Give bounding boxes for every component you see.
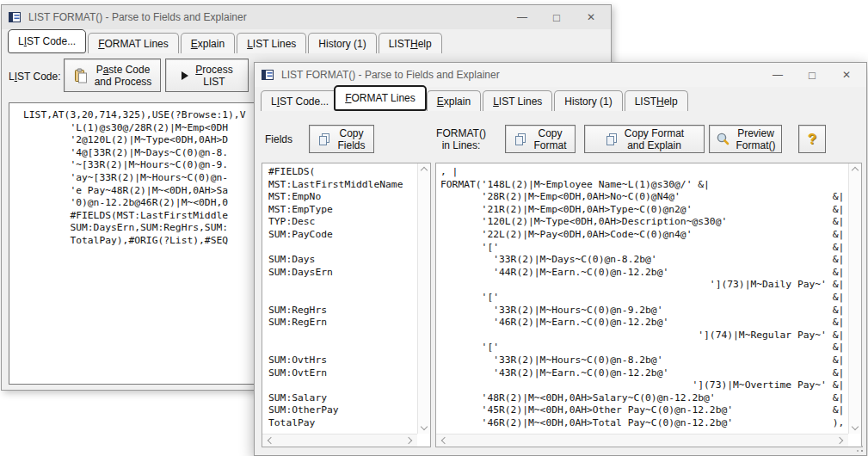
preview-format-button[interactable]: PreviewFormat() [709, 125, 782, 153]
tab-label-part: elp [418, 38, 432, 50]
tab-label-part: History (1) [564, 96, 612, 108]
tab-label-part: ST Code... [27, 35, 76, 47]
front-titlebar[interactable]: LIST FORMAT() - Parse to Fields and Expl… [255, 63, 866, 87]
tab-label-part: L [271, 96, 277, 108]
fields-label: Fields [265, 133, 292, 145]
field-line: MST:EmpType [268, 204, 417, 217]
back-titlebar[interactable]: LIST FORMAT() - Parse to Fields and Expl… [2, 5, 611, 29]
question-mark-icon: ? [808, 133, 816, 145]
help-button[interactable]: ? [798, 125, 826, 153]
scroll-up-icon[interactable] [421, 167, 428, 174]
field-line: TotalPay [268, 417, 417, 430]
button-label: Copy Formatand Explain [625, 127, 684, 151]
vertical-scrollbar[interactable] [848, 163, 861, 434]
tab-label-part: F [98, 38, 104, 50]
format-line: '28R(2)|M~Emp<0DH,0AH>No~C(0)@N4@' &| [440, 191, 848, 204]
scroll-left-icon[interactable] [268, 437, 274, 444]
button-label-line: Copy Format [625, 127, 684, 139]
tab-label-part: History (1) [318, 38, 366, 50]
close-button[interactable]: ✕ [576, 5, 606, 29]
button-label-line: P [96, 64, 103, 76]
copy-icon [605, 132, 619, 146]
format-line: '120L(2)|M~Type<0DH,0AH>Description~@s30… [440, 216, 848, 229]
field-line: SUM:OtherPay [268, 404, 417, 417]
tab-label-part: ORMAT Lines [105, 38, 169, 50]
app-icon [262, 69, 274, 81]
maximize-button[interactable]: □ [542, 5, 571, 29]
format-lines-text[interactable]: , | FORMAT('148L(2)|M~Employee Name~L(1)… [436, 163, 848, 434]
fields-pane[interactable]: #FIELDS( MST:LastFirstMiddleName MST:Emp… [262, 163, 431, 447]
tab-history[interactable]: History (1) [554, 90, 622, 111]
field-line: SUM:Salary [268, 392, 417, 405]
front-window: LIST FORMAT() - Parse to Fields and Expl… [254, 62, 867, 456]
paste-code-and-process-button[interactable]: Paste Codeand Process [64, 59, 161, 92]
format-line: '48R(2)|M~<0DH,0AH>Salary~C(0)@n-12.2b@'… [440, 392, 848, 405]
tab-label-part: L [493, 96, 499, 108]
horizontal-scrollbar[interactable] [436, 434, 848, 447]
magnifier-icon [716, 132, 730, 146]
copy-fields-button[interactable]: CopyFields [309, 125, 374, 153]
tab-label-part: IST Lines [499, 96, 542, 108]
field-line [268, 342, 417, 354]
process-list-button[interactable]: ProcessLIST [165, 59, 249, 92]
close-button[interactable]: ✕ [832, 63, 861, 87]
tab-list-code[interactable]: LIST Code... [261, 90, 339, 111]
button-label-line: ste Code [108, 64, 150, 76]
minimize-button[interactable]: — [763, 63, 792, 87]
tab-label-part: E [437, 96, 444, 108]
copy-format-and-explain-button[interactable]: Copy Formatand Explain [584, 125, 705, 153]
format-lines-pane[interactable]: , | FORMAT('148L(2)|M~Employee Name~L(1)… [435, 163, 862, 447]
vertical-scrollbar[interactable] [417, 163, 430, 434]
field-line [268, 330, 417, 342]
tab-list-code[interactable]: LIST Code... [8, 29, 86, 53]
button-label-line: Copy [339, 127, 363, 139]
scroll-right-icon[interactable] [836, 437, 843, 444]
tab-list-help[interactable]: LIST Help [625, 90, 688, 111]
scroll-right-icon[interactable] [405, 437, 412, 444]
scroll-down-icon[interactable] [421, 423, 428, 430]
tab-label-part: F [345, 92, 351, 104]
label-part: L [9, 71, 15, 83]
format-line: '[' &| [440, 292, 848, 305]
scroll-down-icon[interactable] [852, 423, 859, 430]
field-line [268, 292, 417, 305]
resize-grip[interactable] [861, 450, 863, 452]
fields-text[interactable]: #FIELDS( MST:LastFirstMiddleName MST:Emp… [262, 163, 417, 434]
button-label: PreviewFormat() [736, 127, 776, 151]
back-tab-row: LIST Code... FORMAT Lines Explain LIST L… [8, 31, 611, 53]
field-line: SUM:DaysErn [268, 267, 417, 280]
field-line: SUM:Days [268, 254, 417, 267]
tab-list-lines[interactable]: LIST Lines [483, 90, 552, 111]
play-icon [181, 71, 189, 81]
tab-label-part: H [656, 96, 664, 108]
tab-label-part: L [18, 35, 24, 47]
front-tab-row: LIST Code... FORMAT Lines Explain LIST L… [261, 89, 866, 111]
tab-label-part: xplain [198, 38, 225, 50]
tab-explain[interactable]: Explain [181, 33, 235, 53]
back-window-controls: — □ ✕ [508, 5, 611, 29]
field-line: SUM:PayCode [268, 229, 417, 242]
button-label-line: Copy [538, 127, 562, 139]
tab-explain[interactable]: Explain [427, 90, 481, 111]
horizontal-scrollbar[interactable] [262, 434, 417, 447]
tab-format-lines[interactable]: FORMAT Lines [334, 85, 427, 111]
scroll-left-icon[interactable] [441, 437, 448, 444]
paste-icon [73, 68, 89, 83]
tab-label-part: E [191, 38, 198, 50]
format-line: '46R(2)|M~Earn.~C(0)@n-12.2b@' &| [440, 317, 848, 330]
format-line: '](73)|M~Overtime Pay~' &| [440, 379, 848, 392]
format-line: FORMAT('148L(2)|M~Employee Name~L(1)@s30… [440, 179, 848, 192]
field-line: SUM:RegHrs [268, 305, 417, 317]
front-window-controls: — □ ✕ [763, 63, 866, 87]
tab-label-part: elp [664, 96, 678, 108]
copy-format-button[interactable]: CopyFormat [505, 125, 576, 153]
tab-format-lines[interactable]: FORMAT Lines [88, 33, 179, 53]
scroll-up-icon[interactable] [852, 167, 859, 174]
tab-label-part: ST Code... [280, 96, 329, 108]
button-label-line: Format() [736, 139, 776, 151]
tab-list-help[interactable]: LIST Help [379, 33, 442, 53]
tab-list-lines[interactable]: LIST Lines [237, 33, 306, 53]
maximize-button[interactable]: □ [797, 63, 827, 87]
minimize-button[interactable]: — [508, 5, 537, 29]
tab-history[interactable]: History (1) [308, 33, 376, 53]
